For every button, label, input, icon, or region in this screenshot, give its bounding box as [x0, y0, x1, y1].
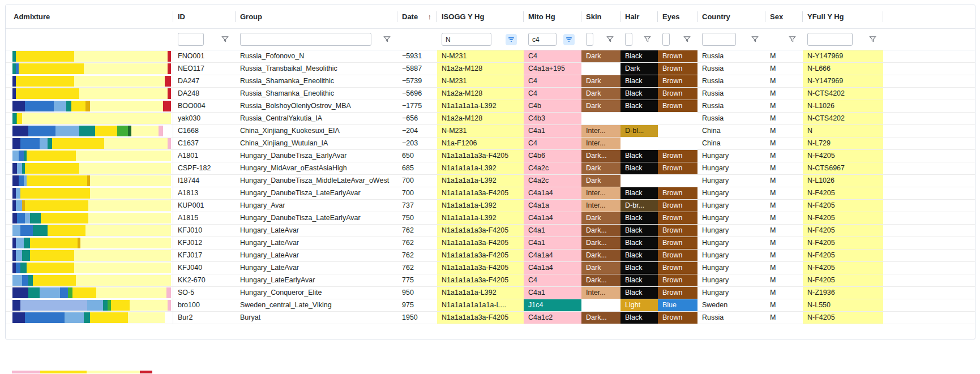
column-header-hair[interactable]: Hair	[620, 5, 658, 28]
cell-skin	[581, 113, 620, 124]
admixture-cell	[6, 63, 173, 75]
active-filter-icon[interactable]	[506, 34, 517, 45]
table-row[interactable]: KFJ012Hungary_LateAvar762N1a1a1a1a3a-F42…	[6, 237, 975, 250]
active-filter-icon[interactable]	[563, 34, 575, 45]
group-filter-input[interactable]	[240, 33, 371, 46]
skin-filter-input[interactable]	[586, 33, 593, 46]
cell-isogg: N1a1a1a1a3a-F4205	[437, 150, 524, 162]
sort-asc-icon[interactable]: ↑	[428, 12, 432, 21]
admixture-bar	[12, 126, 171, 136]
filter-funnel-icon[interactable]	[751, 36, 759, 43]
eyes-filter-input[interactable]	[662, 33, 670, 46]
admixture-segment	[65, 312, 84, 323]
filter-funnel-icon[interactable]	[789, 36, 796, 43]
column-header-isogg-y-hg[interactable]: ISOGG Y Hg	[437, 5, 524, 28]
cell-id: KFJ010	[173, 225, 236, 237]
table-row[interactable]: KUP001Hungary_Avar737N1a1a1a1a-L392C4a1a…	[6, 200, 975, 212]
column-header-id[interactable]: ID	[173, 5, 236, 28]
table-row[interactable]: C1637China_Xinjiang_Wutulan_IA−203N1a-F1…	[6, 137, 975, 150]
cell-date: −656	[397, 113, 437, 124]
cell-group: Hungary_DanubeTisza_EarlyAvar	[236, 150, 397, 162]
column-header-country[interactable]: Country	[697, 5, 765, 28]
admixture-segment	[66, 101, 71, 111]
filter-funnel-icon[interactable]	[644, 36, 651, 43]
cell-hair: Black	[620, 287, 658, 299]
table-row[interactable]: A1801Hungary_DanubeTisza_EarlyAvar650N1a…	[6, 150, 975, 162]
hair-filter-input[interactable]	[625, 33, 632, 46]
table-row[interactable]: KFJ017Hungary_LateAvar762N1a1a1a1a3a-F42…	[6, 250, 975, 262]
admixture-segment	[25, 312, 65, 323]
isogg-filter-input[interactable]	[442, 33, 491, 46]
admixture-segment	[48, 225, 85, 236]
column-header-mito-hg[interactable]: Mito Hg	[524, 5, 581, 28]
admixture-segment	[168, 51, 171, 62]
cell-date: −203	[397, 137, 437, 149]
cell-isogg: N1a1a1a1a3a-F4205	[437, 250, 524, 261]
cell-sex: M	[765, 200, 803, 212]
column-header-eyes[interactable]: Eyes	[658, 5, 697, 28]
table-row[interactable]: NEO117Russia_Transbaikal_Mesolithic−5887…	[6, 63, 975, 75]
cell-mito: C4a1	[524, 125, 581, 137]
filter-funnel-icon[interactable]	[683, 36, 691, 43]
cell-sex: M	[765, 237, 803, 249]
cell-skin	[581, 63, 620, 75]
table-row[interactable]: C1668China_Xinjiang_Kuokesuxi_EIA−204N-M…	[6, 125, 975, 137]
column-header-skin[interactable]: Skin	[581, 5, 620, 28]
yfull-filter-input[interactable]	[807, 33, 853, 46]
column-header-admixture[interactable]: Admixture	[6, 5, 173, 28]
filter-funnel-icon[interactable]	[606, 36, 614, 43]
admixture-cell	[6, 312, 173, 324]
cell-group: Sweden_central_Late_Viking	[236, 299, 397, 311]
filter-cell-yfull	[803, 29, 883, 50]
table-row[interactable]: DA248Russia_Shamanka_Eneolithic−5696N1a2…	[6, 88, 975, 100]
table-row[interactable]: KFJ040Hungary_LateAvar762N1a1a1a1a3a-F42…	[6, 262, 975, 274]
country-filter-input[interactable]	[702, 33, 736, 46]
table-row[interactable]: yak030Russia_CentralYakutia_IA−656N1a2a-…	[6, 113, 975, 125]
table-row[interactable]: BOO004Russia_BolshoyOleniyOstrov_MBA−177…	[6, 100, 975, 113]
table-row[interactable]: KFJ010Hungary_LateAvar762N1a1a1a1a3a-F42…	[6, 225, 975, 237]
column-header-yfull-y-hg[interactable]: YFull Y Hg	[803, 5, 883, 28]
cell-skin: Inter...	[581, 287, 620, 299]
table-row[interactable]: bro100Sweden_central_Late_Viking975N1a1a…	[6, 299, 975, 312]
admixture-cell	[6, 225, 173, 237]
cell-hair: Black	[620, 274, 658, 286]
table-row[interactable]: A1815Hungary_DanubeTisza_LateEarlyAvar75…	[6, 212, 975, 225]
id-filter-input[interactable]	[178, 33, 204, 46]
mito-filter-input[interactable]	[528, 33, 557, 46]
cell-hair: Black	[620, 262, 658, 274]
column-header-date[interactable]: Date↑	[397, 5, 437, 28]
cell-date: 700	[397, 175, 437, 187]
table-row[interactable]: DA247Russia_Shamanka_Eneolithic−5739N-M2…	[6, 75, 975, 88]
admixture-bar	[12, 312, 171, 323]
cell-yfull: N-L666	[803, 63, 883, 75]
cell-eyes: Brown	[658, 287, 697, 299]
table-row[interactable]: KK2-670Hungary_LateEarlyAvar775N1a1a1a1a…	[6, 274, 975, 287]
table-row[interactable]: Bur2Buryat1950N1a1a1a1a3a-F4205C4a1c2Dar…	[6, 312, 975, 324]
admixture-segment	[168, 63, 171, 74]
cell-mito: C4a2c	[524, 175, 581, 187]
table-row[interactable]: FNO001Russia_Fofonovo_N−5931N-M231C4Dark…	[6, 50, 975, 63]
table-row[interactable]: I18744Hungary_DanubeTisza_MiddleLateAvar…	[6, 175, 975, 187]
filter-funnel-icon[interactable]	[869, 36, 876, 43]
cell-id: A1801	[173, 150, 236, 162]
admixture-segment	[28, 126, 55, 136]
admixture-segment	[74, 76, 165, 87]
admixture-segment	[87, 300, 103, 311]
admixture-segment	[17, 163, 22, 174]
admixture-segment	[90, 175, 171, 186]
table-row[interactable]: CSPF-182Hungary_MidAvar_oEastAsiaHigh685…	[6, 162, 975, 175]
filter-funnel-icon[interactable]	[383, 36, 391, 43]
column-header-sex[interactable]: Sex	[765, 5, 803, 28]
cell-country: Hungary	[697, 175, 765, 187]
filter-funnel-icon[interactable]	[221, 36, 229, 43]
table-row[interactable]: A1813Hungary_DanubeTisza_LateEarlyAvar70…	[6, 187, 975, 200]
cell-country: Hungary	[697, 187, 765, 199]
cell-eyes: Brown	[658, 225, 697, 237]
cell-eyes	[658, 175, 697, 187]
cell-yfull: N-F4205	[803, 225, 883, 237]
table-row[interactable]: SO-5Hungary_Conqueror_Elite950N1a1a1a1a-…	[6, 287, 975, 299]
admixture-cell	[6, 150, 173, 162]
cell-country: Hungary	[697, 212, 765, 224]
cell-date: 650	[397, 150, 437, 162]
column-header-group[interactable]: Group	[236, 5, 397, 28]
